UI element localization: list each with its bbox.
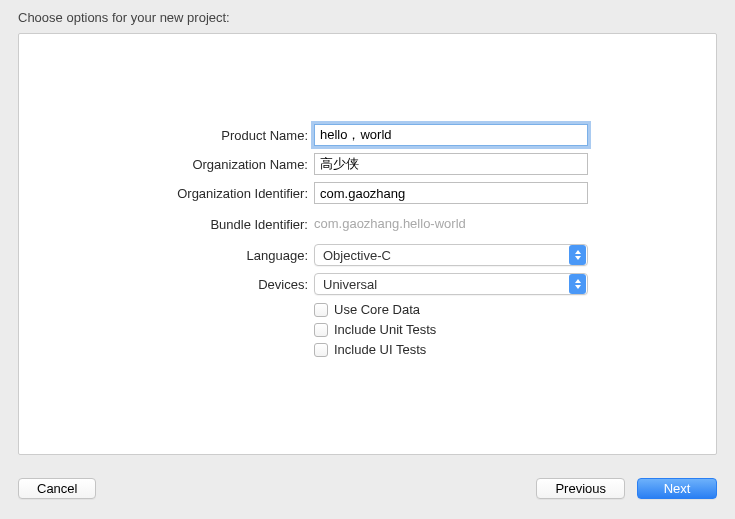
bundle-identifier-row: Bundle Identifier: com.gaozhang.hello-wo… <box>19 211 716 237</box>
updown-arrows-icon <box>569 274 586 294</box>
new-project-options-window: Choose options for your new project: Pro… <box>0 0 735 519</box>
devices-selected-value: Universal <box>323 277 569 292</box>
include-ui-tests-label[interactable]: Include UI Tests <box>334 342 426 357</box>
previous-button[interactable]: Previous <box>536 478 625 499</box>
devices-row: Devices: Universal <box>19 273 716 295</box>
organization-identifier-input[interactable] <box>314 182 588 204</box>
organization-name-input[interactable] <box>314 153 588 175</box>
form-panel: Product Name: Organization Name: Organiz… <box>18 33 717 455</box>
product-name-row: Product Name: <box>19 124 716 146</box>
language-label: Language: <box>19 248 314 263</box>
include-ui-tests-row: Include UI Tests <box>19 342 716 357</box>
options-form: Product Name: Organization Name: Organiz… <box>19 124 716 362</box>
organization-identifier-row: Organization Identifier: <box>19 182 716 204</box>
dialog-header: Choose options for your new project: <box>0 0 735 33</box>
dialog-title: Choose options for your new project: <box>18 10 230 25</box>
organization-name-row: Organization Name: <box>19 153 716 175</box>
language-selected-value: Objective-C <box>323 248 569 263</box>
bundle-identifier-label: Bundle Identifier: <box>19 217 314 232</box>
updown-arrows-icon <box>569 245 586 265</box>
checkbox-group: Use Core Data Include Unit Tests Include… <box>19 302 716 357</box>
next-button[interactable]: Next <box>637 478 717 499</box>
product-name-label: Product Name: <box>19 128 314 143</box>
use-core-data-row: Use Core Data <box>19 302 716 317</box>
use-core-data-checkbox[interactable] <box>314 303 328 317</box>
use-core-data-label[interactable]: Use Core Data <box>334 302 420 317</box>
devices-select[interactable]: Universal <box>314 273 588 295</box>
language-row: Language: Objective-C <box>19 244 716 266</box>
organization-identifier-label: Organization Identifier: <box>19 186 314 201</box>
devices-label: Devices: <box>19 277 314 292</box>
include-unit-tests-row: Include Unit Tests <box>19 322 716 337</box>
dialog-footer: Cancel Previous Next <box>0 465 735 519</box>
include-unit-tests-checkbox[interactable] <box>314 323 328 337</box>
organization-name-label: Organization Name: <box>19 157 314 172</box>
cancel-button[interactable]: Cancel <box>18 478 96 499</box>
language-select[interactable]: Objective-C <box>314 244 588 266</box>
product-name-input[interactable] <box>314 124 588 146</box>
bundle-identifier-value: com.gaozhang.hello-world <box>314 211 588 237</box>
include-unit-tests-label[interactable]: Include Unit Tests <box>334 322 436 337</box>
include-ui-tests-checkbox[interactable] <box>314 343 328 357</box>
